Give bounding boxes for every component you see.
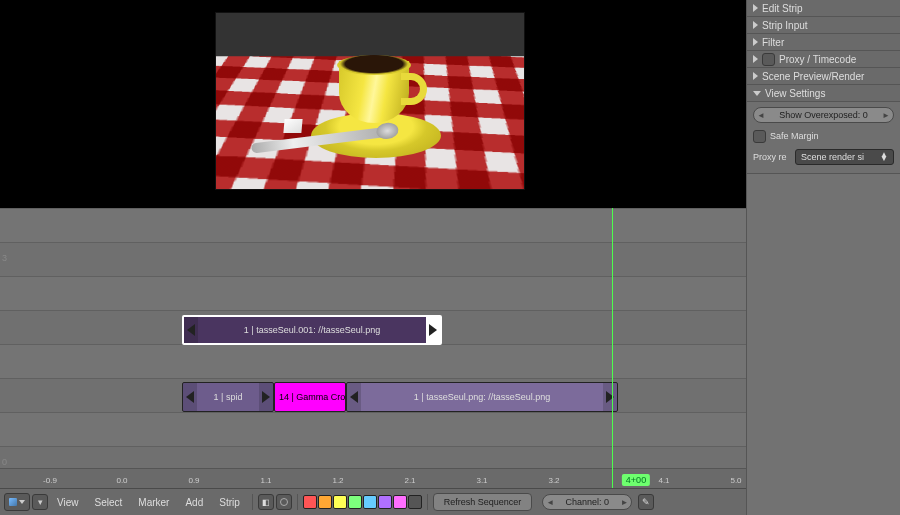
panel-scene-preview[interactable]: Scene Preview/Render: [747, 68, 900, 85]
proxy-render-label: Proxy re: [753, 152, 795, 162]
panel-label: View Settings: [765, 88, 825, 99]
svg-marker-1: [429, 324, 437, 336]
sequencer-icon: [9, 498, 17, 506]
dropdown-value: Scene render si: [801, 152, 864, 162]
ruler-tick: 4.1: [658, 476, 669, 485]
sequencer-preview: [0, 0, 746, 208]
strip-selected[interactable]: 62 1 | tasseSeul.001: //tasseSeul.png: [182, 315, 442, 345]
display-mode-button[interactable]: ◧: [258, 494, 274, 510]
sequencer-header: ▾ View Select Marker Add Strip ◧ Refresh…: [0, 488, 746, 515]
safe-margin-label: Safe Margin: [770, 131, 819, 141]
ruler-tick: 1.2: [332, 476, 343, 485]
refresh-sequencer-button[interactable]: Refresh Sequencer: [433, 493, 533, 511]
panel-strip-input[interactable]: Strip Input: [747, 17, 900, 34]
strip-handle-right[interactable]: [259, 383, 273, 411]
properties-panel: Edit Strip Strip Input Filter Proxy / Ti…: [746, 0, 900, 515]
chevron-down-icon: [19, 500, 25, 504]
panel-label: Edit Strip: [762, 3, 803, 14]
ruler-tick: 5.0: [730, 476, 741, 485]
color-swatches: [303, 495, 422, 509]
svg-marker-3: [262, 391, 270, 403]
overexposed-spinner[interactable]: ◄ Show Overexposed: 0 ►: [753, 107, 894, 123]
safe-margin-checkbox[interactable]: [753, 130, 766, 143]
strip-handle-left[interactable]: [184, 317, 198, 343]
chevron-down-icon: [753, 91, 761, 96]
collapse-menus-button[interactable]: ▾: [32, 494, 48, 510]
panel-label: Strip Input: [762, 20, 808, 31]
ruler-tick: -0.9: [43, 476, 57, 485]
preview-image: [215, 12, 525, 190]
swatch[interactable]: [363, 495, 377, 509]
strip-label: 14 | Gamma Cros: [275, 392, 345, 402]
updown-icon: ▲▼: [880, 153, 888, 161]
swatch[interactable]: [318, 495, 332, 509]
strip-label: 1 | tasseSeul.001: //tasseSeul.png: [198, 325, 426, 335]
swatch[interactable]: [348, 495, 362, 509]
strip-label: 1 | spid: [197, 392, 259, 402]
strip-gamma-cross[interactable]: 14 | Gamma Cros: [274, 382, 346, 412]
playhead-frame: 4+00: [622, 474, 650, 486]
panel-label: Filter: [762, 37, 784, 48]
swatch[interactable]: [303, 495, 317, 509]
spinner-value: Channel: 0: [566, 497, 610, 507]
menu-strip[interactable]: Strip: [212, 493, 247, 511]
ruler-tick: 3.2: [548, 476, 559, 485]
svg-marker-4: [350, 391, 358, 403]
editor-type-dropdown[interactable]: [4, 493, 30, 511]
spinner-left-icon[interactable]: ◄: [757, 111, 765, 120]
channel-spinner[interactable]: ◄ Channel: 0 ►: [542, 494, 632, 510]
proxy-render-dropdown[interactable]: Scene render si ▲▼: [795, 149, 894, 165]
panel-view-settings[interactable]: View Settings: [747, 85, 900, 102]
ruler-tick: 0.9: [188, 476, 199, 485]
chevron-right-icon: [753, 38, 758, 46]
chevron-right-icon: [753, 21, 758, 29]
ruler-tick: 0.0: [116, 476, 127, 485]
menu-marker[interactable]: Marker: [131, 493, 176, 511]
strip-handle-left[interactable]: [347, 383, 361, 411]
strip-tasseseul[interactable]: 1 | tasseSeul.png: //tasseSeul.png: [346, 382, 618, 412]
swatch[interactable]: [333, 495, 347, 509]
strip-handle-right[interactable]: [426, 317, 440, 343]
panel-filter[interactable]: Filter: [747, 34, 900, 51]
menu-add[interactable]: Add: [178, 493, 210, 511]
panel-label: Scene Preview/Render: [762, 71, 864, 82]
swatch[interactable]: [378, 495, 392, 509]
view-settings-body: ◄ Show Overexposed: 0 ► Safe Margin Prox…: [747, 102, 900, 174]
swatch[interactable]: [408, 495, 422, 509]
ruler-tick: 1.1: [260, 476, 271, 485]
strip-label: 1 | tasseSeul.png: //tasseSeul.png: [361, 392, 603, 402]
spinner-right-icon[interactable]: ►: [882, 111, 890, 120]
strip-handle-left[interactable]: [183, 383, 197, 411]
svg-marker-2: [186, 391, 194, 403]
pencil-icon: ✎: [642, 497, 650, 507]
panel-label: Proxy / Timecode: [779, 54, 856, 65]
ruler-tick: 2.1: [404, 476, 415, 485]
chevron-right-icon: [753, 55, 758, 63]
lock-button[interactable]: ✎: [638, 494, 654, 510]
menu-view[interactable]: View: [50, 493, 86, 511]
spinner-left-icon[interactable]: ◄: [546, 498, 554, 507]
spinner-right-icon[interactable]: ►: [620, 498, 628, 507]
swatch[interactable]: [393, 495, 407, 509]
strip-handle-right[interactable]: [603, 383, 617, 411]
proxy-checkbox[interactable]: [762, 53, 775, 66]
playhead[interactable]: [612, 208, 613, 488]
ghost-frames-button[interactable]: [276, 494, 292, 510]
svg-marker-0: [187, 324, 195, 336]
chevron-right-icon: [753, 4, 758, 12]
panel-proxy-timecode[interactable]: Proxy / Timecode: [747, 51, 900, 68]
menu-select[interactable]: Select: [88, 493, 130, 511]
ruler-tick: 3.1: [476, 476, 487, 485]
chevron-right-icon: [753, 72, 758, 80]
strip-spider[interactable]: 1 | spid: [182, 382, 274, 412]
spinner-value: Show Overexposed: 0: [779, 110, 868, 120]
panel-edit-strip[interactable]: Edit Strip: [747, 0, 900, 17]
sequencer-timeline[interactable]: 3 0 62 1 | tasseSeul.001: //tasseSeul.pn…: [0, 208, 746, 488]
